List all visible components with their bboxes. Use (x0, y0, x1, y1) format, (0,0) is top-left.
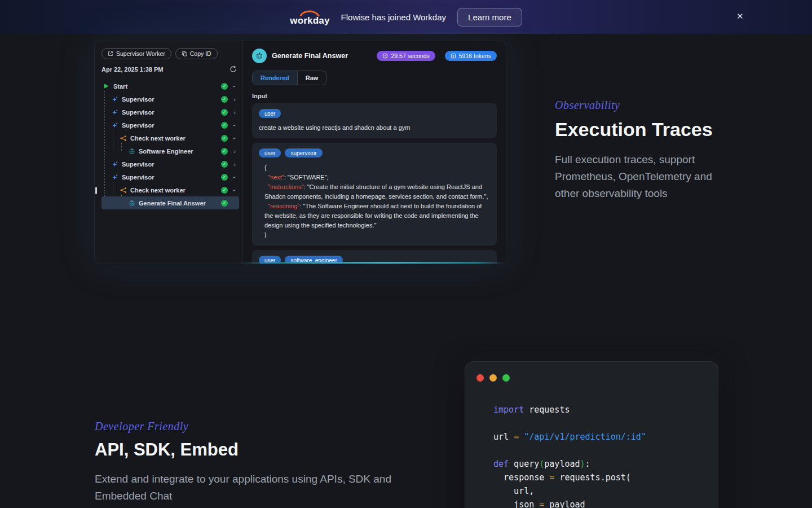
chevron-down-icon[interactable]: › (231, 83, 238, 90)
success-check-icon: ✓ (221, 109, 228, 116)
trace-step-label: Check next worker (130, 135, 218, 142)
close-dot-icon[interactable] (476, 374, 484, 382)
detail-title: Generate Final Answer (272, 52, 372, 60)
copy-icon (182, 51, 187, 56)
trace-step-label: Software Engineer (139, 148, 218, 155)
trace-timestamp: Apr 22, 2025 1:38 PM (102, 66, 163, 73)
role-chip-user: user (259, 148, 281, 157)
banner-message: Flowise has joined Workday (341, 12, 446, 22)
chevron-right-icon[interactable]: › (231, 96, 238, 103)
branch-icon (120, 186, 127, 194)
success-check-icon: ✓ (221, 187, 228, 194)
sparkle-icon (111, 173, 118, 181)
input-section-label: Input (252, 93, 497, 99)
trace-step-label: Supervisor (122, 122, 218, 129)
json-payload: { "next": "SOFTWARE", "instructions": "C… (259, 163, 490, 240)
trace-step-label: Generate Final Answer (139, 200, 218, 207)
code-snippet-window: import requests url = "/api/v1/predictio… (465, 361, 718, 508)
chevron-right-icon[interactable]: › (231, 109, 238, 116)
observability-section: Observability Execution Traces Full exec… (555, 99, 724, 202)
play-icon (103, 82, 110, 90)
section-title: Execution Traces (555, 119, 724, 141)
trace-step-software-engineer[interactable]: Software Engineer✓› (102, 144, 239, 157)
window-glow-line (239, 262, 505, 264)
minimize-dot-icon[interactable] (489, 374, 497, 382)
copy-id-chip[interactable]: Copy ID (175, 48, 218, 59)
close-icon[interactable]: ✕ (736, 11, 744, 21)
token-icon (451, 53, 456, 59)
chevron-down-icon[interactable]: › (231, 187, 238, 194)
tokens-badge: 5916 tokens (445, 51, 497, 61)
sparkle-icon (111, 160, 118, 168)
message-text: create a website using reactjs and shadc… (259, 123, 490, 133)
chevron-right-icon[interactable]: › (231, 148, 238, 155)
window-controls (476, 374, 707, 382)
message-card-supervisor: usersupervisor { "next": "SOFTWARE", "in… (252, 143, 497, 246)
section-description: Full execution traces, support Prometheu… (555, 151, 724, 202)
trace-tree: Start✓›Supervisor✓›Supervisor✓›Superviso… (102, 80, 239, 209)
trace-step-supervisor[interactable]: Supervisor✓› (102, 106, 239, 119)
execution-trace-window: Supervisor Worker Copy ID Apr 22, 2025 1… (95, 41, 506, 264)
section-description: Extend and integrate to your application… (95, 471, 416, 505)
trace-step-supervisor[interactable]: Supervisor✓› (102, 170, 239, 183)
role-chips: user (259, 109, 490, 118)
chevron-down-icon[interactable]: › (231, 122, 238, 129)
trace-detail-panel: Generate Final Answer 29.57 seconds 5916… (242, 41, 506, 264)
maximize-dot-icon[interactable] (502, 374, 510, 382)
section-eyebrow: Developer Friendly (95, 420, 416, 433)
trace-step-label: Supervisor (122, 161, 218, 168)
supervisor-worker-chip[interactable]: Supervisor Worker (102, 48, 171, 59)
agent-avatar (252, 49, 267, 63)
render-mode-tabs: Rendered Raw (252, 71, 326, 85)
external-link-icon (108, 51, 113, 56)
workday-wordmark: workday (290, 16, 329, 25)
trace-step-label: Supervisor (122, 109, 218, 116)
trace-tree-panel: Supervisor Worker Copy ID Apr 22, 2025 1… (95, 41, 242, 264)
robot-icon (128, 147, 135, 155)
sparkle-icon (111, 121, 118, 129)
tab-rendered[interactable]: Rendered (253, 71, 298, 85)
role-chips: usersupervisor (259, 148, 490, 157)
page: workday Flowise has joined Workday Learn… (0, 0, 812, 508)
tree-scrollbar-thumb[interactable] (95, 187, 97, 194)
refresh-icon[interactable] (230, 65, 237, 73)
success-check-icon: ✓ (221, 122, 228, 129)
message-card-user: user create a website using reactjs and … (252, 103, 497, 138)
sparkle-icon (111, 95, 118, 103)
learn-more-button[interactable]: Learn more (457, 8, 522, 27)
tab-raw[interactable]: Raw (298, 71, 326, 85)
duration-badge: 29.57 seconds (377, 51, 435, 61)
trace-step-label: Start (113, 83, 218, 90)
developer-section: Developer Friendly API, SDK, Embed Exten… (95, 420, 416, 505)
trace-step-supervisor[interactable]: Supervisor✓› (102, 119, 239, 132)
section-eyebrow: Observability (555, 99, 724, 112)
trace-step-generate-final-answer[interactable]: Generate Final Answer✓ (102, 196, 239, 209)
success-check-icon: ✓ (221, 200, 228, 207)
chevron-down-icon[interactable]: › (231, 135, 238, 142)
robot-icon (128, 199, 135, 207)
chevron-right-icon[interactable]: › (231, 161, 238, 168)
trace-step-start[interactable]: Start✓› (102, 80, 239, 93)
trace-step-check-next-worker[interactable]: Check next worker✓› (102, 183, 239, 196)
robot-icon (255, 52, 263, 60)
trace-step-label: Supervisor (122, 96, 218, 103)
python-code: import requests url = "/api/v1/predictio… (493, 403, 707, 508)
success-check-icon: ✓ (221, 96, 228, 103)
success-check-icon: ✓ (221, 135, 228, 142)
clock-icon (382, 53, 388, 59)
trace-step-supervisor[interactable]: Supervisor✓› (102, 93, 239, 106)
role-chip-user: user (259, 109, 281, 118)
success-check-icon: ✓ (221, 161, 228, 168)
announcement-banner: workday Flowise has joined Workday Learn… (0, 0, 812, 34)
sparkle-icon (111, 108, 118, 116)
section-title: API, SDK, Embed (95, 440, 416, 460)
success-check-icon: ✓ (221, 83, 228, 90)
branch-icon (120, 134, 127, 142)
trace-step-supervisor[interactable]: Supervisor✓› (102, 157, 239, 170)
chevron-down-icon[interactable]: › (231, 174, 238, 181)
trace-step-check-next-worker[interactable]: Check next worker✓› (102, 132, 239, 144)
success-check-icon: ✓ (221, 174, 228, 181)
trace-step-label: Check next worker (130, 187, 218, 194)
workday-logo: workday (290, 9, 329, 25)
trace-step-label: Supervisor (122, 174, 218, 181)
